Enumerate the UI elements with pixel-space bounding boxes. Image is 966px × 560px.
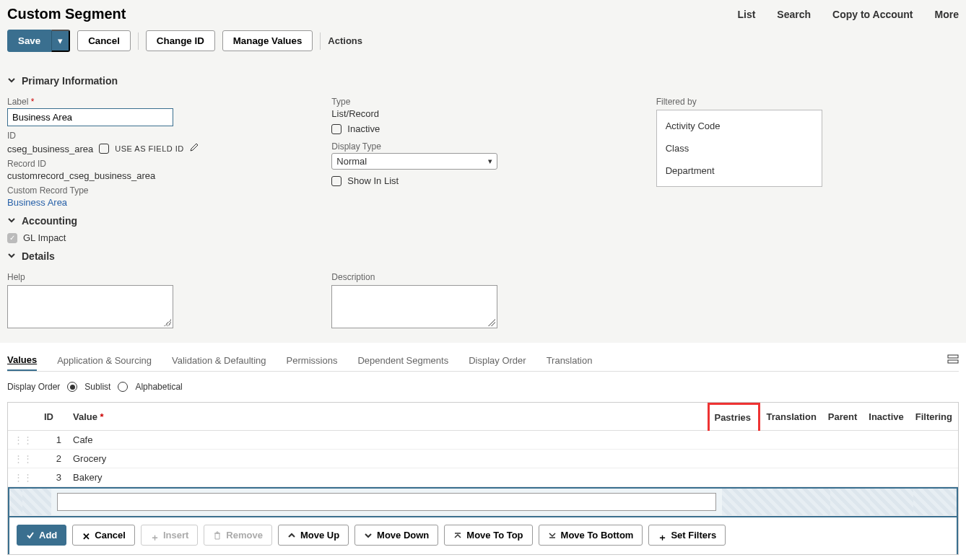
show-in-list-label: Show In List [347, 175, 399, 186]
remove-button: Remove [204, 525, 272, 546]
display-type-label: Display Type [331, 141, 634, 152]
top-link-list[interactable]: List [737, 9, 755, 20]
manage-values-button[interactable]: Manage Values [222, 30, 313, 51]
tab-translation[interactable]: Translation [547, 351, 593, 370]
id-value: cseg_business_area [7, 144, 93, 154]
set-filters-button[interactable]: ＋Set Filters [648, 525, 726, 546]
type-value: List/Record [331, 108, 634, 119]
col-value: Value [67, 404, 709, 431]
table-row[interactable]: ⋮⋮ 1 Cafe [8, 431, 958, 450]
drag-handle-icon[interactable]: ⋮⋮ [8, 450, 38, 468]
display-order-sublist-radio[interactable] [67, 382, 77, 392]
add-button[interactable]: Add [17, 525, 66, 546]
id-field-label: ID [7, 131, 310, 141]
col-translation: Translation [760, 404, 822, 431]
tab-validation-defaulting[interactable]: Validation & Defaulting [172, 351, 266, 370]
drag-handle-icon[interactable]: ⋮⋮ [8, 468, 38, 487]
gl-impact-label: GL Impact [23, 232, 66, 243]
change-id-button[interactable]: Change ID [146, 30, 215, 51]
section-primary-information[interactable]: Primary Information [7, 75, 959, 87]
top-link-more[interactable]: More [935, 9, 959, 20]
tab-permissions[interactable]: Permissions [287, 351, 338, 370]
use-as-field-id-label: USE AS FIELD ID [115, 144, 184, 153]
section-accounting[interactable]: Accounting [7, 215, 959, 227]
cell-id: 2 [38, 450, 67, 468]
table-row[interactable]: ⋮⋮ 3 Bakery [8, 468, 958, 487]
cell-id: 1 [38, 431, 67, 450]
col-inactive: Inactive [863, 404, 909, 431]
show-in-list-checkbox[interactable] [331, 176, 341, 186]
edit-id-icon[interactable] [190, 143, 199, 154]
chevron-down-icon [7, 250, 16, 262]
sublist-cancel-button[interactable]: ✕Cancel [72, 525, 135, 546]
save-button[interactable]: Save [7, 30, 51, 52]
filtered-by-label: Filtered by [656, 97, 959, 107]
custom-record-type-label: Custom Record Type [7, 185, 310, 196]
move-up-button[interactable]: Move Up [278, 525, 349, 546]
help-textarea[interactable] [7, 285, 173, 328]
inactive-checkbox[interactable] [331, 124, 341, 134]
filtered-item-department[interactable]: Department [657, 159, 822, 182]
move-to-top-button[interactable]: Move To Top [444, 525, 532, 546]
new-value-input[interactable] [57, 493, 716, 511]
display-type-value: Normal [336, 156, 367, 167]
drag-handle-icon[interactable]: ⋮⋮ [8, 431, 38, 450]
save-dropdown-button[interactable]: ▾ [51, 30, 70, 52]
col-filtering: Filtering [910, 404, 958, 431]
move-to-bottom-button[interactable]: Move To Bottom [539, 525, 643, 546]
filtered-by-listbox[interactable]: Activity Code Class Department [656, 110, 822, 187]
label-field-label: Label [7, 97, 310, 107]
record-id-label: Record ID [7, 159, 310, 169]
insert-button: ＋Insert [141, 525, 198, 546]
filtered-item-class[interactable]: Class [657, 137, 822, 159]
gl-impact-checkbox[interactable] [7, 233, 17, 243]
display-order-sublist-label: Sublist [84, 382, 110, 392]
chevron-down-icon [7, 215, 16, 227]
section-details[interactable]: Details [7, 250, 959, 262]
page-title: Custom Segment [7, 6, 126, 22]
display-order-alphabetical-label: Alphabetical [135, 382, 182, 392]
top-link-search[interactable]: Search [777, 9, 811, 20]
svg-rect-0 [948, 355, 958, 358]
actions-menu[interactable]: Actions [328, 35, 362, 46]
top-link-copy[interactable]: Copy to Account [832, 9, 913, 20]
display-order-alphabetical-radio[interactable] [118, 382, 128, 392]
cell-id: 3 [38, 468, 67, 487]
top-links: List Search Copy to Account More [737, 9, 959, 20]
cell-value[interactable]: Grocery [67, 450, 709, 468]
section-title: Accounting [22, 215, 77, 227]
section-title: Details [22, 250, 55, 262]
tab-dependent-segments[interactable]: Dependent Segments [357, 351, 448, 370]
help-label: Help [7, 272, 310, 282]
section-title: Primary Information [22, 75, 118, 87]
tab-application-sourcing[interactable]: Application & Sourcing [57, 351, 152, 370]
values-table: ID Value Pastries Translation Parent Ina… [8, 403, 958, 487]
divider [320, 32, 321, 50]
cancel-button[interactable]: Cancel [77, 30, 131, 51]
inactive-label: Inactive [347, 123, 380, 134]
tab-display-order[interactable]: Display Order [469, 351, 526, 370]
col-parent: Parent [822, 404, 863, 431]
description-textarea[interactable] [331, 285, 497, 328]
svg-rect-1 [948, 360, 958, 363]
tab-values[interactable]: Values [7, 350, 37, 371]
filtered-item-activity-code[interactable]: Activity Code [657, 115, 822, 137]
table-edit-row[interactable] [9, 489, 957, 516]
record-id-value: customrecord_cseg_business_area [7, 170, 310, 181]
display-order-label: Display Order [7, 382, 60, 392]
type-label: Type [331, 97, 634, 107]
col-id: ID [38, 404, 67, 431]
toolbar: Save ▾ Cancel Change ID Manage Values Ac… [7, 30, 959, 52]
col-pastries[interactable]: Pastries [709, 404, 760, 431]
description-label: Description [331, 272, 634, 282]
move-down-button[interactable]: Move Down [354, 525, 438, 546]
cell-value[interactable]: Bakery [67, 468, 709, 487]
chevron-down-icon [7, 75, 16, 87]
label-input[interactable] [7, 108, 173, 126]
cell-value[interactable]: Cafe [67, 431, 709, 450]
custom-record-type-link[interactable]: Business Area [7, 197, 310, 208]
use-as-field-id-checkbox[interactable] [99, 144, 109, 154]
table-row[interactable]: ⋮⋮ 2 Grocery [8, 450, 958, 468]
layout-toggle-icon[interactable] [947, 354, 959, 367]
display-type-select[interactable]: Normal [331, 153, 497, 170]
